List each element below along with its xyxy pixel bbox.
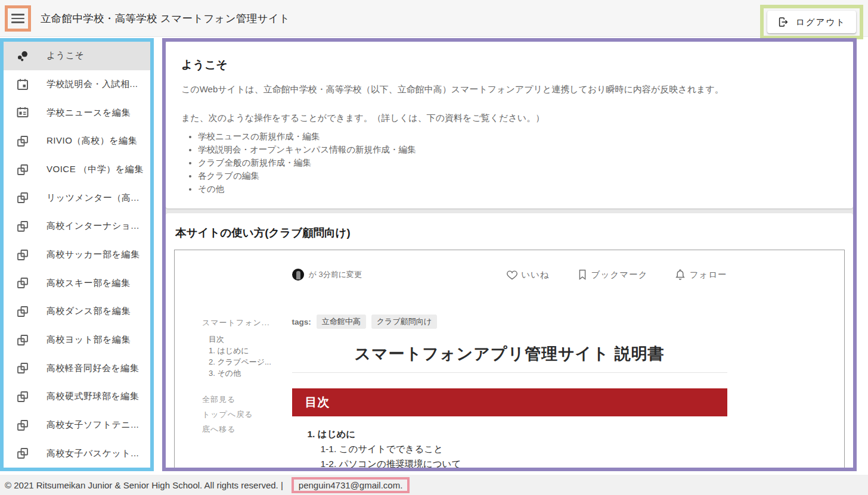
page-footer: © 2021 Ritsumeikan Junior & Senior High … (0, 475, 868, 495)
like-button[interactable]: いいね (506, 268, 550, 281)
sidebar-item-hs-yacht[interactable]: 高校ヨット部を編集 (4, 326, 150, 354)
pages-icon (16, 418, 30, 432)
sidebar-item-label: RIVIO（高校）を編集 (46, 135, 137, 147)
sidebar-item-label: ようこそ (46, 50, 84, 61)
sidebar-item-label: 高校ヨット部を編集 (46, 334, 131, 345)
tag-chip[interactable]: 立命館中高 (317, 315, 366, 329)
sidebar-item-label: 高校スキー部を編集 (46, 278, 131, 289)
copyright-text: © 2021 Ritsumeikan Junior & Senior High … (5, 480, 283, 490)
pages-icon (16, 163, 30, 177)
main-content: ようこそ このWebサイトは、立命館中学校・高等学校（以下、立命館中高）スマート… (162, 38, 857, 471)
sidebar-item-label: 高校女子バスケット... (46, 448, 139, 459)
manual-toc-item[interactable]: 2. クラブページ... (209, 356, 303, 368)
sidebar-item-school-news[interactable]: 学校ニュースを編集 (4, 98, 150, 127)
pages-icon (16, 191, 30, 205)
pages-icon (16, 134, 30, 148)
bell-icon (674, 268, 687, 281)
top-app-bar: 立命館中学校・高等学校 スマートフォン管理サイト ログアウト (0, 0, 868, 37)
avatar[interactable] (292, 269, 304, 281)
account-email[interactable]: penguin4731@gmail.com. (299, 480, 403, 490)
sidebar-item-hs-light-music[interactable]: 高校軽音同好会を編集 (4, 354, 150, 382)
welcome-card: ようこそ このWebサイトは、立命館中学校・高等学校（以下、立命館中高）スマート… (166, 42, 853, 208)
manual-toc-item[interactable]: 1. はじめに (209, 345, 303, 356)
sidebar-item-label: リッツメンター（高... (46, 192, 140, 204)
embedded-manual-frame: スマートフォン... 目次 1. はじめに 2. クラブページ... 3. その… (174, 250, 845, 471)
bookmark-icon (576, 268, 589, 281)
sidebar-item-hs-basketball[interactable]: 高校女子バスケット... (4, 439, 150, 468)
bubble-chart-icon (16, 49, 30, 63)
sidebar-item-hs-international[interactable]: 高校インターナショ... (4, 212, 150, 241)
sidebar-item-label: 高校インターナショ... (46, 220, 140, 232)
sidebar-item-label: 高校ダンス部を編集 (46, 306, 131, 317)
sidebar-nav: ようこそ 学校説明会・入試相... 学校ニュースを編集 RIVIO（高校）を編集… (0, 38, 154, 471)
pages-icon (16, 333, 30, 347)
sidebar-item-voice[interactable]: VOICE （中学）を編集 (4, 155, 150, 184)
welcome-paragraph: このWebサイトは、立命館中学校・高等学校（以下、立命館中高）スマートフォンアプ… (181, 83, 838, 95)
sidebar-item-welcome[interactable]: ようこそ (4, 42, 150, 70)
hamburger-menu-icon[interactable] (11, 14, 24, 23)
toc-banner-heading: 目次 (292, 388, 727, 416)
sidebar-item-label: 高校サッカー部を編集 (46, 249, 140, 260)
logout-button[interactable]: ログアウト (767, 11, 856, 33)
tag-chip[interactable]: クラブ顧問向け (371, 315, 437, 329)
pages-icon (16, 219, 30, 234)
like-button-label: いいね (521, 269, 550, 281)
sidebar-item-hs-dance[interactable]: 高校ダンス部を編集 (4, 297, 150, 326)
news-calendar-icon (16, 105, 30, 120)
contents-item[interactable]: 1. はじめに (308, 426, 727, 441)
manual-title: スマートフォンアプリ管理サイト 説明書 (292, 343, 727, 365)
sidebar-item-label: 高校女子ソフトテニ... (46, 419, 139, 431)
page-title: 立命館中学校・高等学校 スマートフォン管理サイト (41, 11, 290, 26)
manual-toc-item[interactable]: 3. その他 (209, 368, 303, 379)
pages-icon (16, 361, 30, 375)
contents-item[interactable]: 1-1. このサイトでできること (321, 441, 727, 456)
pages-icon (16, 276, 30, 290)
manual-content-column: が 3分前に変更 いいね ブックマーク フォロー (292, 250, 727, 471)
welcome-capability-list: 学校ニュースの新規作成・編集 学校説明会・オープンキャンパス情報の新規作成・編集… (187, 130, 838, 195)
sidebar-item-hs-ski[interactable]: 高校スキー部を編集 (4, 269, 150, 297)
follow-button[interactable]: フォロー (674, 268, 727, 281)
pages-icon (16, 390, 30, 404)
sidebar-item-ritz-mentor[interactable]: リッツメンター（高... (4, 183, 150, 212)
list-item: その他 (198, 182, 838, 195)
sidebar-item-hs-baseball[interactable]: 高校硬式野球部を編集 (4, 382, 150, 411)
usage-card: 本サイトの使い方(クラブ顧問向け) スマートフォン... 目次 1. はじめに … (166, 213, 853, 471)
sidebar-item-hs-soccer[interactable]: 高校サッカー部を編集 (4, 241, 150, 269)
annotation-logout-box: ログアウト (760, 5, 863, 39)
welcome-paragraph: また、次のような操作をすることができます。（詳しくは、下の資料をご覧ください。） (181, 112, 838, 124)
welcome-heading: ようこそ (181, 57, 838, 73)
sidebar-item-label: VOICE （中学）を編集 (46, 164, 144, 175)
usage-heading: 本サイトの使い方(クラブ顧問向け) (175, 225, 845, 240)
list-item: 各クラブの編集 (198, 169, 838, 182)
manual-go-to-bottom-link[interactable]: 底へ移る (202, 422, 303, 437)
sidebar-item-label: 学校ニュースを編集 (46, 107, 131, 119)
sidebar-item-label: 高校硬式野球部を編集 (46, 391, 139, 402)
contents-item[interactable]: 1-2. パソコンの推奨環境について (321, 456, 727, 471)
list-item: 学校説明会・オープンキャンパス情報の新規作成・編集 (198, 143, 838, 156)
pages-icon (16, 248, 30, 262)
sidebar-item-label: 高校軽音同好会を編集 (46, 363, 139, 374)
bookmark-button[interactable]: ブックマーク (576, 268, 648, 281)
manual-toc-title[interactable]: スマートフォン... (202, 317, 303, 328)
list-item: クラブ全般の新規作成・編集 (198, 156, 838, 169)
sidebar-item-hs-soft-tennis[interactable]: 高校女子ソフトテニ... (4, 411, 150, 440)
heart-icon (506, 268, 519, 281)
divider (292, 372, 727, 373)
manual-back-to-top-link[interactable]: トップへ戻る (202, 407, 303, 422)
sidebar-item-label: 学校説明会・入試相... (46, 79, 138, 90)
sidebar-item-rivio[interactable]: RIVIO（高校）を編集 (4, 127, 150, 155)
last-modified-text: が 3分前に変更 (309, 269, 362, 280)
manual-toc-item[interactable]: 目次 (209, 334, 303, 345)
list-item: 学校ニュースの新規作成・編集 (198, 130, 838, 143)
annotation-hamburger-box (5, 5, 31, 32)
follow-button-label: フォロー (689, 269, 727, 281)
logout-icon (777, 16, 789, 28)
manual-toc-sidebar: スマートフォン... 目次 1. はじめに 2. クラブページ... 3. その… (202, 317, 303, 437)
manual-contents-list: 1. はじめに 1-1. このサイトでできること 1-2. パソコンの推奨環境に… (308, 426, 727, 471)
annotation-email-box: penguin4731@gmail.com. (292, 477, 410, 493)
calendar-icon (16, 77, 30, 92)
pages-icon (16, 304, 30, 319)
manual-show-all-link[interactable]: 全部見る (202, 392, 303, 407)
sidebar-item-school-info-session[interactable]: 学校説明会・入試相... (4, 70, 150, 99)
pages-icon (16, 446, 30, 460)
